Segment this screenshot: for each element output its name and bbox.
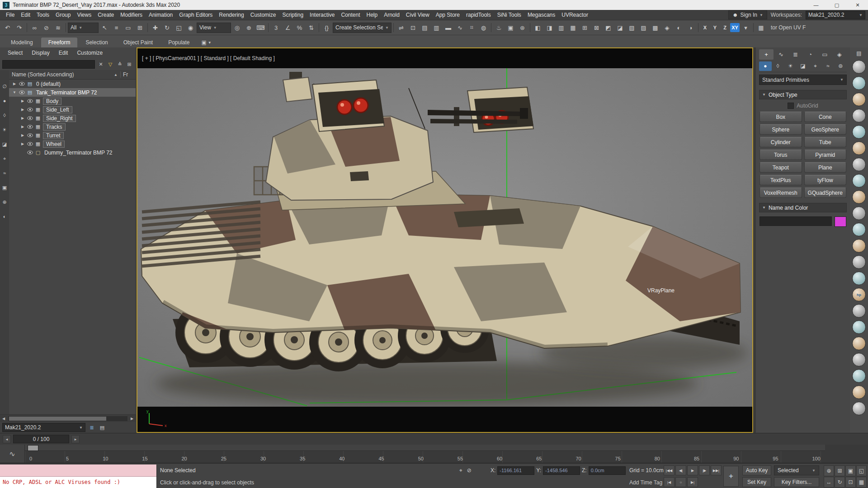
plugin-tool-icon-20[interactable] bbox=[852, 369, 866, 383]
tree-row-tracks[interactable]: ▶▦Tracks bbox=[9, 122, 136, 131]
primitive-button-textplus[interactable]: TextPlus bbox=[760, 175, 802, 185]
select-and-move-icon[interactable]: ✚ bbox=[150, 22, 161, 33]
render-setup-icon[interactable]: ♨ bbox=[493, 22, 505, 33]
tree-row-0-default[interactable]: ▶▤0 (default) bbox=[9, 80, 136, 88]
search-input[interactable] bbox=[2, 60, 95, 69]
primitive-button-cylinder[interactable]: Cylinder bbox=[760, 137, 802, 147]
menu-item-megascans[interactable]: Megascans bbox=[524, 11, 558, 19]
listener-output-row[interactable]: No CRP, ADSL or ALC Viruses found :) bbox=[0, 477, 156, 488]
toolbar-plugin-icon-3[interactable]: ▥ bbox=[556, 22, 567, 33]
display-spacewarps-icon[interactable]: ≈ bbox=[1, 169, 8, 177]
named-selection-sets-dropdown[interactable]: Create Selection Se▼ bbox=[333, 23, 392, 33]
select-and-link-icon[interactable]: ∞ bbox=[29, 22, 40, 33]
menu-item-edit[interactable]: Edit bbox=[18, 11, 33, 19]
toolbar-plugin-icon-11[interactable]: ▩ bbox=[650, 22, 661, 33]
reference-coordinate-dropdown[interactable]: View▼ bbox=[197, 23, 231, 33]
tree-row-tank-terminator-bmp-72[interactable]: ▼▤Tank_Terminator BMP 72 bbox=[9, 88, 136, 97]
primitive-button-box[interactable]: Box bbox=[760, 112, 802, 122]
rectangular-selection-region-icon[interactable]: ▭ bbox=[123, 22, 134, 33]
primitive-button-tyflow[interactable]: tyFlow bbox=[804, 175, 847, 185]
add-filter-icon[interactable]: ⊞ bbox=[125, 60, 133, 68]
viewport-layout-tabs-icon[interactable]: ▤ bbox=[855, 49, 863, 57]
visibility-eye-icon[interactable] bbox=[27, 108, 33, 112]
minimize-button[interactable]: — bbox=[806, 0, 826, 10]
maximize-button[interactable]: ▢ bbox=[826, 0, 847, 10]
spacewarps-category-icon[interactable]: ≈ bbox=[822, 61, 835, 71]
toolbar-plugin-icon-1[interactable]: ◧ bbox=[532, 22, 543, 33]
frame-back-button[interactable]: ◂ bbox=[3, 435, 11, 443]
plugin-tool-icon-14[interactable] bbox=[852, 272, 866, 285]
axis-y-button[interactable]: Y bbox=[710, 23, 720, 32]
primitive-button-geosphere[interactable]: GeoSphere bbox=[804, 124, 847, 135]
scrollbar-track[interactable] bbox=[8, 416, 127, 421]
mirror-icon[interactable]: ⇌ bbox=[396, 22, 407, 33]
create-tab-icon[interactable]: + bbox=[759, 49, 774, 60]
explorer-menu-display[interactable]: Display bbox=[28, 49, 53, 57]
percent-snap-icon[interactable]: % bbox=[294, 22, 305, 33]
maxscript-mini-listener[interactable]: No CRP, ADSL or ALC Viruses found :) bbox=[0, 465, 157, 488]
spinner-snap-icon[interactable]: ⇅ bbox=[306, 22, 317, 33]
ribbon-tab-object-paint[interactable]: Object Paint bbox=[116, 38, 160, 47]
display-xrefs-icon[interactable]: ⊕ bbox=[1, 198, 8, 206]
autogrid-checkbox[interactable] bbox=[788, 103, 794, 109]
expander-icon[interactable]: ▶ bbox=[20, 99, 25, 103]
menu-item-graph-editors[interactable]: Graph Editors bbox=[176, 11, 216, 19]
object-type-rollout[interactable]: ▼ Object Type bbox=[759, 90, 847, 99]
previous-frame-button[interactable]: ◀| bbox=[675, 465, 686, 475]
display-helpers-icon[interactable]: ⌖ bbox=[1, 155, 8, 162]
use-pivot-point-icon[interactable]: ◎ bbox=[231, 22, 243, 33]
select-object-icon[interactable]: ↖ bbox=[99, 22, 110, 33]
visibility-eye-icon[interactable] bbox=[27, 116, 33, 120]
ribbon-flyout-button[interactable]: ▣ ▼ bbox=[198, 38, 215, 47]
display-shapes-icon[interactable]: ◊ bbox=[1, 112, 8, 119]
uv-toolbar-icon[interactable]: ▦ bbox=[755, 22, 767, 33]
display-geometry-icon[interactable]: ● bbox=[1, 97, 8, 104]
listener-macro-row[interactable] bbox=[0, 465, 156, 477]
plugin-tool-icon-21[interactable] bbox=[852, 385, 866, 399]
display-tab-icon[interactable]: ▭ bbox=[817, 49, 832, 60]
systems-category-icon[interactable]: ⊚ bbox=[834, 61, 847, 71]
plugin-tool-icon-17[interactable] bbox=[852, 320, 866, 334]
viewport-canvas[interactable]: VRayPlane bbox=[137, 68, 752, 407]
go-to-start-button[interactable]: |◀◀ bbox=[664, 465, 675, 475]
plugin-tool-icon-15[interactable]: hp bbox=[852, 288, 866, 301]
plugin-tool-icon-2[interactable] bbox=[852, 76, 866, 90]
plugin-tool-icon-5[interactable] bbox=[852, 125, 866, 139]
primitive-category-dropdown[interactable]: Standard Primitives ▼ bbox=[759, 75, 847, 85]
expander-icon[interactable]: ▶ bbox=[20, 125, 25, 129]
next-frame-button[interactable]: |▶ bbox=[699, 465, 710, 475]
timeline-ruler[interactable]: 0510152025303540455055606570758085909510… bbox=[25, 445, 825, 463]
explorer-list-mode-icon[interactable]: ≣ bbox=[88, 423, 96, 432]
axis-plane-flyout-icon[interactable]: ▾ bbox=[740, 22, 751, 33]
toolbar-plugin-icon-5[interactable]: ⊞ bbox=[579, 22, 590, 33]
x-coordinate-field[interactable]: -1166.161 bbox=[497, 466, 534, 475]
menu-item-rapidtools[interactable]: rapidTools bbox=[463, 11, 494, 19]
viewport-label[interactable]: [ + ] [ PhysCamera001 ] [ Standard ] [ D… bbox=[142, 55, 275, 61]
menu-item-scripting[interactable]: Scripting bbox=[279, 11, 307, 19]
tree-row-dummy-terminator-bmp-72[interactable]: ▢Dummy_Terminator BMP 72 bbox=[9, 148, 136, 157]
frame-forward-button[interactable]: ▸ bbox=[71, 435, 80, 443]
explorer-menu-edit[interactable]: Edit bbox=[55, 49, 72, 57]
frame-indicator[interactable]: 0 / 100 bbox=[13, 435, 69, 443]
tree-header[interactable]: Name (Sorted Ascending) ▲ Fr bbox=[9, 70, 136, 80]
menu-item-group[interactable]: Group bbox=[52, 11, 74, 19]
menu-item-create[interactable]: Create bbox=[94, 11, 117, 19]
lock-explorer-icon[interactable]: ≙ bbox=[116, 60, 124, 68]
visibility-eye-icon[interactable] bbox=[27, 142, 33, 146]
play-button[interactable]: ▶ bbox=[687, 465, 698, 475]
tree-row-body[interactable]: ▶▦Body bbox=[9, 97, 136, 105]
primitive-button-plane[interactable]: Plane bbox=[804, 162, 847, 173]
menu-item-arnold[interactable]: Arnold bbox=[381, 11, 403, 19]
ribbon-tab-freeform[interactable]: Freeform bbox=[41, 38, 78, 47]
axis-x-button[interactable]: X bbox=[700, 23, 710, 32]
snaps-toggle-icon[interactable]: 3 bbox=[270, 22, 282, 33]
tree-row-wheel[interactable]: ▶▦Wheel bbox=[9, 140, 136, 148]
menu-item-help[interactable]: Help bbox=[363, 11, 381, 19]
menu-item-file[interactable]: File bbox=[3, 11, 18, 19]
previous-key-button[interactable]: |◀ bbox=[664, 477, 675, 487]
time-slider-track[interactable] bbox=[25, 445, 825, 451]
z-coordinate-field[interactable]: 0.0cm bbox=[589, 466, 626, 475]
plugin-tool-icon-3[interactable] bbox=[852, 93, 866, 106]
toolbar-plugin-icon-4[interactable]: ▦ bbox=[567, 22, 579, 33]
clear-search-icon[interactable]: ✕ bbox=[97, 60, 105, 68]
